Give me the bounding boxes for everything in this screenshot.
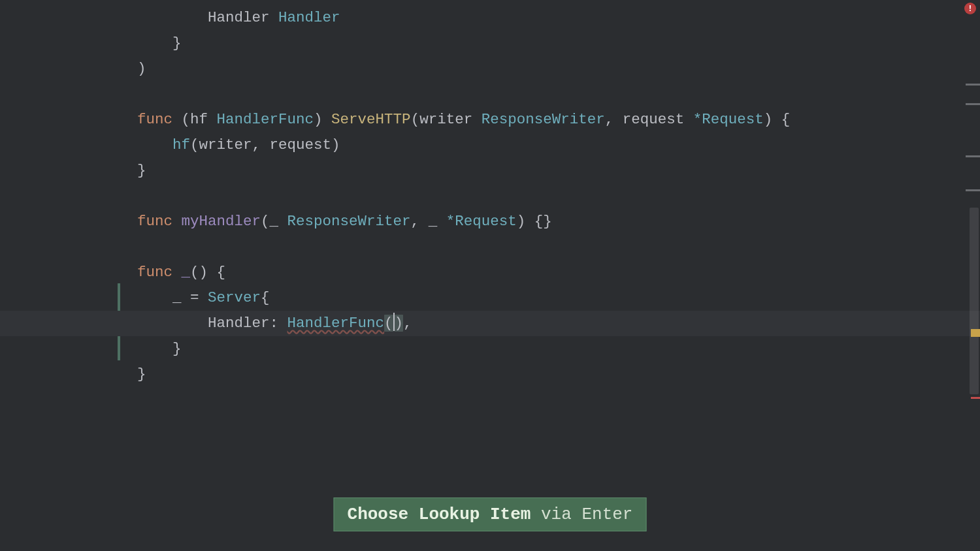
param-name: _ [270,213,287,230]
overview-mark [966,189,980,191]
paren: ) [137,60,146,77]
code-line: } [0,336,980,362]
brace: } [137,162,146,179]
code-line: } [0,362,980,387]
code-line: func _() { [0,260,980,285]
keyword-func: func [137,213,182,230]
comma: , [403,315,412,332]
paren: ( [261,213,270,230]
field-name: Handler [208,9,278,26]
param-name: request [623,111,693,128]
arg: writer [199,136,252,153]
brace: ) { [764,111,791,128]
field-name: Handler: [208,315,287,332]
code-line-blank [0,82,980,107]
paren-matched: ) [395,315,404,332]
type-ref-underlined: HandlerFunc [287,315,385,332]
overview-mark [966,103,980,105]
func-name: _ [182,264,191,281]
indent [137,289,172,306]
code-line: } [0,31,980,56]
brace: ) {} [517,213,552,230]
overview-error-mark [971,397,980,399]
param-type: *Request [693,111,764,128]
param-type: ResponseWriter [482,111,605,128]
param-name: _ [429,213,446,230]
paren: ( [190,136,199,153]
code-editor[interactable]: Handler Handler } ) func (hf HandlerFunc… [0,0,980,551]
code-line-cursor: Handler: HandlerFunc(), [0,311,980,336]
brace: () { [190,264,225,281]
paren: ) [331,136,340,153]
paren: ( [182,111,191,128]
scrollbar-thumb[interactable] [970,208,979,394]
code-line: _ = Server{ [0,285,980,311]
func-name: myHandler [182,213,261,230]
param-type: *Request [446,213,517,230]
keyword-func: func [137,111,182,128]
type-ref: Handler [278,9,340,26]
indent [137,9,208,26]
comma: , [411,213,429,230]
assign: _ = [172,289,208,306]
indent [137,340,172,357]
receiver-type: HandlerFunc [217,111,314,128]
call-ref: hf [172,136,190,153]
brace: } [137,366,146,383]
param-type: ResponseWriter [287,213,411,230]
code-line: ) [0,56,980,82]
hint-tooltip: Choose Lookup Item via Enter [334,497,647,531]
overview-mark [966,84,980,86]
brace: { [261,289,270,306]
code-line-blank [0,234,980,260]
brace: } [172,35,182,52]
code-line: } [0,158,980,183]
overview-warning-mark [971,329,980,337]
paren: ( [411,111,420,128]
text-cursor [393,313,395,331]
indent [137,136,172,153]
code-line: func (hf HandlerFunc) ServeHTTP(writer R… [0,107,980,133]
indent [137,35,172,52]
comma: , [252,136,270,153]
arg: request [270,136,332,153]
param-name: writer [419,111,482,128]
tooltip-text: via Enter [531,505,632,524]
tooltip-strong-text: Choose Lookup Item [348,505,531,524]
keyword-func: func [137,264,182,281]
brace: } [172,340,182,357]
code-line: hf(writer, request) [0,133,980,158]
method-name: ServeHTTP [331,111,411,128]
indent [137,315,208,332]
paren: ) [314,111,331,128]
code-line: Handler Handler [0,5,980,31]
comma: , [605,111,623,128]
scrollbar-overview[interactable] [964,0,980,551]
type-ref: Server [208,289,261,306]
overview-mark [966,155,980,157]
paren-matched: ( [384,315,393,332]
receiver-name: hf [190,111,217,128]
code-line-blank [0,183,980,209]
code-line: func myHandler(_ ResponseWriter, _ *Requ… [0,209,980,234]
